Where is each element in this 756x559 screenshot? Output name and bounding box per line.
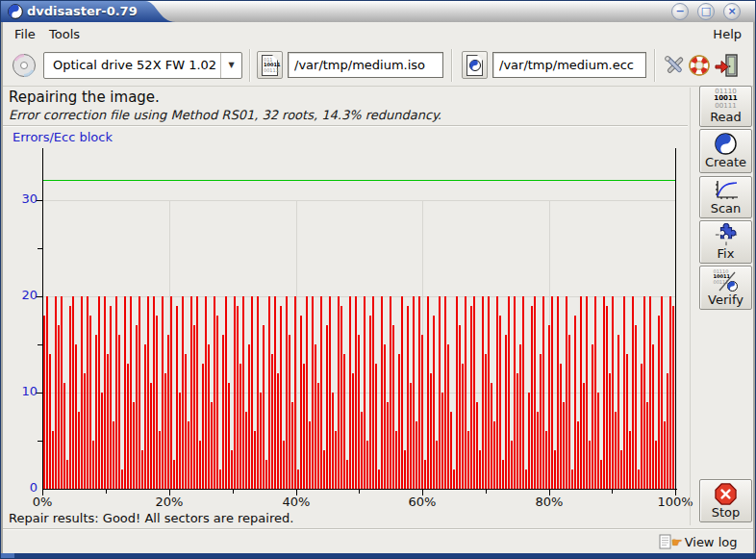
image-file-input[interactable]: [288, 52, 443, 78]
preferences-tools-icon[interactable]: [663, 54, 686, 77]
toolbar-separator: [654, 49, 656, 82]
maximize-icon: □: [701, 5, 711, 17]
maximize-button[interactable]: □: [697, 3, 715, 20]
x-tick-label-100: 100%: [650, 495, 700, 509]
create-yinyang-icon: [715, 133, 737, 155]
result-text: Repair results: Good! All sectors are re…: [9, 511, 293, 525]
y-tick-label-20: 20: [13, 288, 38, 302]
resize-grip[interactable]: [1, 553, 14, 558]
stop-button-label: Stop: [712, 505, 741, 520]
view-log-button[interactable]: ☛ View log: [659, 532, 737, 551]
fix-button-label: Fix: [718, 246, 735, 261]
cd-drive-icon: [12, 53, 37, 78]
x-tick-label-0: 0%: [28, 495, 57, 509]
status-heading: Repairing the image.: [9, 89, 160, 106]
app-window: dvdisaster-0.79 − □ × File Tools Help Op…: [0, 0, 756, 559]
scan-curve-icon: [714, 180, 739, 201]
x-axis: [42, 489, 677, 490]
pointer-hand-icon: ☛: [671, 535, 683, 549]
menu-tools[interactable]: Tools: [43, 25, 86, 43]
toolbar: Optical drive 52X FW 1.02 ▼ 011100110011…: [3, 44, 753, 87]
read-button-label: Read: [710, 110, 742, 124]
chart-plot-area: [43, 148, 676, 489]
close-icon: ×: [727, 5, 736, 17]
image-file-picker-button[interactable]: 0111001100111: [257, 51, 283, 79]
y-tick-label-30: 30: [13, 191, 38, 206]
ecc-file-input[interactable]: [492, 52, 646, 78]
y-axis: [42, 148, 43, 490]
verify-compare-icon: 011101001100111: [714, 269, 739, 292]
verify-button-label: Verify: [708, 292, 743, 307]
toolbar-separator: [451, 49, 453, 82]
correction-limit-line: [43, 180, 675, 181]
window-border: [1, 22, 3, 554]
read-binary-icon: 011101001100111: [714, 89, 737, 111]
exit-door-icon[interactable]: [715, 53, 740, 78]
ecc-file-icon: [466, 55, 483, 76]
window-border-bottom: [1, 553, 755, 558]
view-log-label: View log: [685, 535, 738, 549]
help-lifebuoy-icon[interactable]: [688, 54, 711, 77]
x-tick-label-40: 40%: [275, 495, 317, 509]
drive-selector[interactable]: Optical drive 52X FW 1.02 ▼: [43, 52, 242, 79]
scan-button-label: Scan: [711, 201, 742, 216]
stop-button[interactable]: Stop: [699, 479, 752, 522]
menubar: File Tools Help: [3, 22, 753, 44]
separator: [1, 528, 755, 530]
chart-bars: [43, 148, 676, 489]
create-button-label: Create: [705, 155, 746, 169]
separator: [690, 88, 691, 525]
y-tick-label-0: 0: [13, 480, 38, 495]
window-border: [753, 22, 755, 554]
read-button[interactable]: 011101001100111 Read: [699, 86, 752, 127]
x-tick-label-20: 20%: [148, 495, 190, 509]
minimize-button[interactable]: −: [671, 3, 689, 20]
x-tick-label-60: 60%: [401, 495, 443, 509]
yinyang-icon: [469, 60, 481, 71]
drive-selector-value: Optical drive 52X FW 1.02: [53, 58, 216, 72]
toolbar-separator: [249, 49, 251, 82]
window-title: dvdisaster-0.79: [27, 4, 138, 18]
stop-octagon-icon: [715, 483, 737, 505]
log-page-icon: [659, 534, 671, 549]
chart-ylabel: Errors/Ecc block: [13, 130, 113, 144]
y-tick-label-10: 10: [13, 384, 38, 398]
position-marker-line: [675, 148, 676, 489]
status-detail: Error correction file using Method RS01,…: [9, 108, 441, 122]
menu-help[interactable]: Help: [707, 25, 747, 43]
create-button[interactable]: Create: [699, 129, 752, 173]
scan-button[interactable]: Scan: [699, 176, 752, 218]
chevron-down-icon[interactable]: ▼: [220, 53, 241, 78]
app-logo-yinyang-icon: [8, 4, 23, 19]
ecc-file-picker-button[interactable]: [462, 51, 488, 79]
separator: [1, 125, 688, 127]
close-button[interactable]: ×: [723, 3, 741, 20]
iso-image-icon: 0111001100111: [262, 55, 278, 76]
minimize-icon: −: [675, 5, 684, 17]
fix-puzzle-icon: [715, 223, 738, 246]
menu-file[interactable]: File: [9, 25, 41, 43]
verify-button[interactable]: 011101001100111 Verify: [699, 266, 752, 310]
fix-button[interactable]: Fix: [699, 220, 752, 264]
x-tick-label-80: 80%: [528, 495, 570, 509]
titlebar[interactable]: dvdisaster-0.79 − □ ×: [1, 1, 755, 22]
